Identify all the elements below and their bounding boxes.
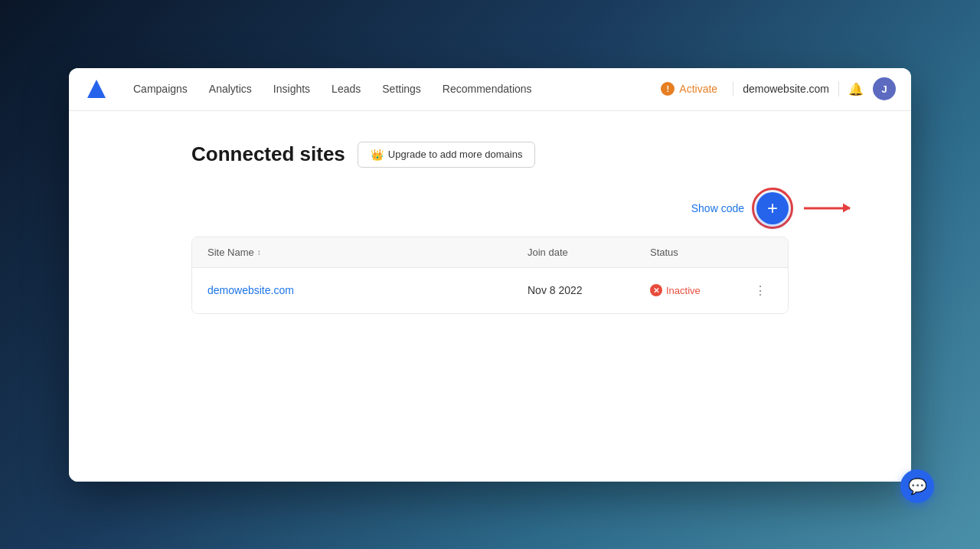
table-header: Site Name ↕ Join date Status xyxy=(192,237,788,268)
crown-icon: 👑 xyxy=(371,149,384,161)
nav-divider-2 xyxy=(838,81,839,96)
user-avatar[interactable]: J xyxy=(873,77,896,100)
activate-button[interactable]: ! Activate xyxy=(655,79,724,99)
col-join-date: Join date xyxy=(528,247,650,258)
inactive-icon: ✕ xyxy=(650,284,662,296)
add-site-button[interactable]: + xyxy=(756,192,789,224)
arrow-line xyxy=(804,207,850,209)
arrow-annotation xyxy=(804,207,850,209)
sort-icon: ↕ xyxy=(257,248,261,257)
add-button-wrapper: + xyxy=(756,192,789,224)
table-row: demowebsite.com Nov 8 2022 ✕ Inactive ⋮ xyxy=(192,268,788,313)
col-site-name: Site Name ↕ xyxy=(207,247,528,258)
nav-leads[interactable]: Leads xyxy=(322,78,370,100)
nav-links: Campaigns Analytics Insights Leads Setti… xyxy=(124,78,655,100)
chat-button[interactable]: 💬 xyxy=(900,469,934,503)
join-date-value: Nov 8 2022 xyxy=(528,284,650,296)
nav-divider xyxy=(733,81,733,96)
logo-icon[interactable] xyxy=(84,77,109,101)
row-more-button[interactable]: ⋮ xyxy=(748,280,773,301)
activate-warning-icon: ! xyxy=(661,82,675,96)
nav-settings[interactable]: Settings xyxy=(373,78,430,100)
status-badge: ✕ Inactive xyxy=(650,284,701,296)
nav-right: ! Activate demowebsite.com 🔔 J xyxy=(655,77,896,100)
sites-table: Site Name ↕ Join date Status demowebsite… xyxy=(191,237,789,314)
activate-label: Activate xyxy=(679,83,717,95)
upgrade-button[interactable]: 👑 Upgrade to add more domains xyxy=(358,142,536,168)
table-actions: Show code + xyxy=(191,192,789,224)
status-cell: ✕ Inactive ⋮ xyxy=(650,280,773,301)
page-title: Connected sites xyxy=(191,142,345,166)
col-status: Status xyxy=(650,247,773,258)
notifications-icon[interactable]: 🔔 xyxy=(848,81,864,96)
nav-insights[interactable]: Insights xyxy=(264,78,319,100)
page-header: Connected sites 👑 Upgrade to add more do… xyxy=(191,142,789,168)
navbar: Campaigns Analytics Insights Leads Setti… xyxy=(69,68,911,111)
app-window: Campaigns Analytics Insights Leads Setti… xyxy=(69,68,911,482)
show-code-link[interactable]: Show code xyxy=(691,202,744,214)
svg-marker-0 xyxy=(87,80,106,98)
status-text: Inactive xyxy=(666,285,701,296)
main-content: Connected sites 👑 Upgrade to add more do… xyxy=(69,111,911,482)
site-name-link[interactable]: demowebsite.com xyxy=(207,284,528,296)
nav-recommendations[interactable]: Recommendations xyxy=(433,78,541,100)
nav-campaigns[interactable]: Campaigns xyxy=(124,78,197,100)
nav-analytics[interactable]: Analytics xyxy=(200,78,261,100)
domain-display: demowebsite.com xyxy=(743,83,829,95)
upgrade-label: Upgrade to add more domains xyxy=(388,149,523,160)
